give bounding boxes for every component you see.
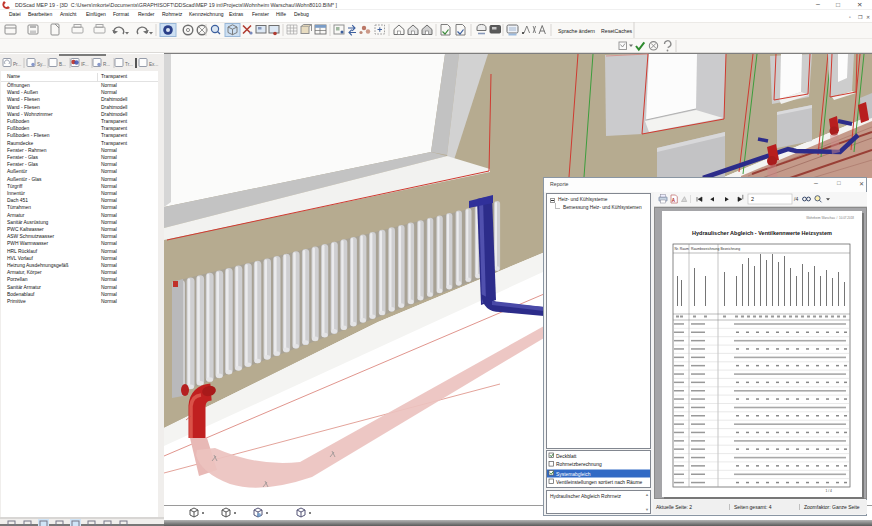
svg-text:Ventileinstellungen sortiert n: Ventileinstellungen sortiert nach Räume	[556, 480, 642, 485]
svg-text:Deckblatt: Deckblatt	[556, 454, 577, 459]
svg-text:/4: /4	[794, 196, 798, 202]
svg-text:Raumbezeichnung: Raumbezeichnung	[691, 247, 719, 251]
svg-text:Systemabgleich: Systemabgleich	[556, 472, 591, 477]
svg-text:Rohrnetzberechnung: Rohrnetzberechnung	[556, 462, 602, 467]
svg-text:2: 2	[751, 196, 754, 202]
svg-text:Nr. Raum: Nr. Raum	[675, 247, 689, 251]
svg-text:Bezeichnung: Bezeichnung	[721, 247, 741, 251]
